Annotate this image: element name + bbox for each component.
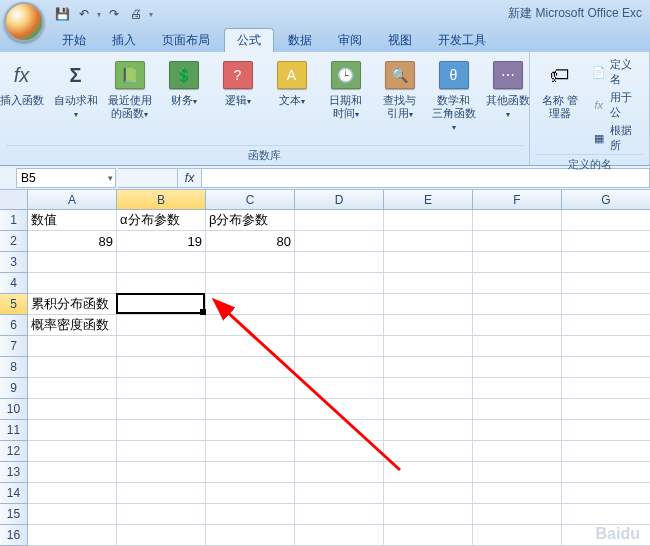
cell[interactable] bbox=[206, 441, 295, 462]
text-button[interactable]: A 文本▾ bbox=[267, 56, 317, 110]
col-header[interactable]: C bbox=[206, 190, 295, 210]
cell[interactable] bbox=[562, 462, 650, 483]
name-box[interactable]: B5▾ bbox=[16, 168, 116, 188]
cell[interactable] bbox=[473, 357, 562, 378]
cell[interactable] bbox=[384, 525, 473, 546]
row-header[interactable]: 10 bbox=[0, 399, 28, 420]
datetime-button[interactable]: 🕒 日期和 时间▾ bbox=[321, 56, 371, 123]
cell[interactable] bbox=[562, 336, 650, 357]
cell[interactable]: β分布参数 bbox=[206, 210, 295, 231]
cell[interactable] bbox=[295, 336, 384, 357]
cell[interactable] bbox=[384, 252, 473, 273]
cell[interactable] bbox=[562, 420, 650, 441]
cell[interactable] bbox=[206, 462, 295, 483]
cell[interactable] bbox=[562, 378, 650, 399]
use-in-formula-button[interactable]: fx用于公 bbox=[590, 89, 643, 121]
cell[interactable] bbox=[473, 420, 562, 441]
cell[interactable] bbox=[28, 483, 117, 504]
cell[interactable] bbox=[206, 399, 295, 420]
row-header[interactable]: 16 bbox=[0, 525, 28, 546]
more-functions-button[interactable]: ⋯ 其他函数▾ bbox=[483, 56, 533, 123]
cell[interactable] bbox=[28, 525, 117, 546]
lookup-button[interactable]: 🔍 查找与 引用▾ bbox=[375, 56, 425, 123]
cell[interactable] bbox=[28, 420, 117, 441]
fx-button[interactable]: fx bbox=[178, 168, 202, 188]
row-header[interactable]: 6 bbox=[0, 315, 28, 336]
cell[interactable]: 89 bbox=[28, 231, 117, 252]
cell[interactable] bbox=[473, 315, 562, 336]
cell[interactable] bbox=[473, 273, 562, 294]
cell[interactable] bbox=[295, 315, 384, 336]
col-header[interactable]: G bbox=[562, 190, 650, 210]
cell[interactable] bbox=[206, 315, 295, 336]
cell[interactable] bbox=[206, 483, 295, 504]
create-from-selection-button[interactable]: ▦根据所 bbox=[590, 122, 643, 154]
cell[interactable] bbox=[28, 504, 117, 525]
cell[interactable] bbox=[117, 525, 206, 546]
cell[interactable]: 累积分布函数 bbox=[28, 294, 117, 315]
cell[interactable] bbox=[384, 483, 473, 504]
cell[interactable] bbox=[384, 420, 473, 441]
cell[interactable] bbox=[295, 525, 384, 546]
cell[interactable] bbox=[117, 294, 206, 315]
cell[interactable] bbox=[473, 504, 562, 525]
cell[interactable] bbox=[206, 336, 295, 357]
cell[interactable] bbox=[562, 210, 650, 231]
row-header[interactable]: 3 bbox=[0, 252, 28, 273]
row-header[interactable]: 4 bbox=[0, 273, 28, 294]
qat-dd[interactable]: ▾ bbox=[96, 4, 102, 24]
cell[interactable] bbox=[28, 336, 117, 357]
cell[interactable] bbox=[117, 420, 206, 441]
financial-button[interactable]: 💲 财务▾ bbox=[159, 56, 209, 110]
col-header[interactable]: A bbox=[28, 190, 117, 210]
tab-pagelayout[interactable]: 页面布局 bbox=[150, 29, 222, 52]
cell[interactable] bbox=[562, 357, 650, 378]
cell[interactable] bbox=[28, 399, 117, 420]
tab-insert[interactable]: 插入 bbox=[100, 29, 148, 52]
cell[interactable] bbox=[28, 441, 117, 462]
col-header[interactable]: F bbox=[473, 190, 562, 210]
autosum-button[interactable]: Σ 自动求和▾ bbox=[51, 56, 101, 123]
cell[interactable] bbox=[206, 420, 295, 441]
col-header[interactable]: B bbox=[117, 190, 206, 210]
cell[interactable] bbox=[473, 294, 562, 315]
cell[interactable] bbox=[562, 315, 650, 336]
spreadsheet-grid[interactable]: ABCDEFG 12345678910111213141516 数值α分布参数β… bbox=[0, 190, 650, 546]
cell[interactable] bbox=[117, 336, 206, 357]
cell[interactable] bbox=[295, 273, 384, 294]
cell[interactable] bbox=[117, 441, 206, 462]
math-button[interactable]: θ 数学和 三角函数▾ bbox=[429, 56, 479, 136]
cell[interactable]: 概率密度函数 bbox=[28, 315, 117, 336]
tab-developer[interactable]: 开发工具 bbox=[426, 29, 498, 52]
cell[interactable] bbox=[295, 357, 384, 378]
cell[interactable] bbox=[295, 504, 384, 525]
cell[interactable]: 19 bbox=[117, 231, 206, 252]
cell[interactable] bbox=[206, 252, 295, 273]
cell[interactable] bbox=[384, 273, 473, 294]
cell[interactable] bbox=[28, 378, 117, 399]
tab-home[interactable]: 开始 bbox=[50, 29, 98, 52]
cell[interactable] bbox=[384, 210, 473, 231]
cell[interactable] bbox=[117, 252, 206, 273]
cell[interactable] bbox=[562, 504, 650, 525]
cell[interactable] bbox=[562, 294, 650, 315]
cell[interactable] bbox=[384, 462, 473, 483]
cell[interactable] bbox=[473, 525, 562, 546]
cell[interactable] bbox=[562, 231, 650, 252]
col-header[interactable]: D bbox=[295, 190, 384, 210]
cell[interactable] bbox=[117, 399, 206, 420]
redo-icon[interactable]: ↷ bbox=[104, 4, 124, 24]
cell[interactable] bbox=[117, 273, 206, 294]
cell[interactable] bbox=[562, 252, 650, 273]
cell[interactable] bbox=[384, 504, 473, 525]
cell[interactable] bbox=[206, 525, 295, 546]
undo-icon[interactable]: ↶ bbox=[74, 4, 94, 24]
tab-view[interactable]: 视图 bbox=[376, 29, 424, 52]
cell[interactable] bbox=[384, 231, 473, 252]
recent-functions-button[interactable]: 📗 最近使用 的函数▾ bbox=[105, 56, 155, 123]
row-header[interactable]: 2 bbox=[0, 231, 28, 252]
cell[interactable] bbox=[384, 315, 473, 336]
select-all-corner[interactable] bbox=[0, 190, 28, 210]
cell[interactable] bbox=[295, 483, 384, 504]
row-header[interactable]: 12 bbox=[0, 441, 28, 462]
